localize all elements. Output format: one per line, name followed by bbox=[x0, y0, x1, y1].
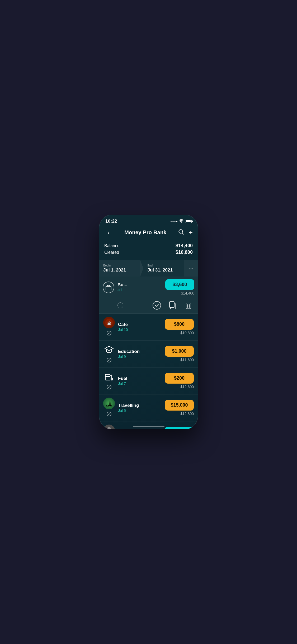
transaction-actions bbox=[151, 300, 194, 311]
svg-text:☕: ☕ bbox=[107, 321, 112, 325]
transaction-balance: $12,600 bbox=[180, 385, 194, 389]
home-indicator bbox=[133, 426, 164, 427]
transaction-name: Fuel bbox=[118, 376, 162, 381]
transaction-actions-row bbox=[103, 300, 194, 311]
amount-button[interactable]: $3,600 bbox=[165, 279, 194, 290]
transaction-info: Travelling Jul 5 bbox=[118, 403, 162, 413]
transaction-info: Education Jul 9 bbox=[118, 349, 162, 359]
cleared-check-icon bbox=[106, 357, 112, 364]
amount-button[interactable]: $9,000 bbox=[165, 427, 194, 429]
date-begin[interactable]: Begin Jul 1, 2021 bbox=[99, 260, 140, 277]
transaction-balance: $10,800 bbox=[180, 331, 194, 335]
transaction-info: Cafe Jul 10 bbox=[118, 322, 162, 332]
balance-section: Balance $14,400 Cleared $10,800 bbox=[99, 240, 198, 260]
add-button[interactable]: + bbox=[189, 228, 193, 237]
header: ‹ Money Pro Bank + bbox=[99, 226, 198, 240]
begin-label: Begin bbox=[103, 264, 136, 267]
transaction-right: $3,600 $14,400 bbox=[165, 279, 194, 295]
cleared-value: $10,800 bbox=[176, 250, 193, 255]
fuel-icon bbox=[103, 371, 115, 382]
transaction-list: Bu... Jul... $3,600 $14,400 bbox=[99, 277, 198, 429]
salary-icon bbox=[103, 425, 115, 429]
transaction-name: Travelling bbox=[118, 403, 162, 408]
cleared-row: Cleared $10,800 bbox=[104, 250, 193, 255]
transaction-name: Bu... bbox=[117, 282, 162, 288]
transaction-right: $9,000 $27,800 bbox=[165, 427, 194, 429]
amount-button[interactable]: $1,000 bbox=[165, 346, 194, 357]
svg-point-17 bbox=[107, 385, 111, 389]
svg-line-1 bbox=[182, 233, 183, 234]
amount-button[interactable]: $200 bbox=[165, 373, 194, 384]
delete-button[interactable] bbox=[183, 300, 194, 311]
transaction-name: Education bbox=[118, 349, 162, 354]
balance-label: Balance bbox=[104, 243, 120, 248]
status-time: 10:22 bbox=[105, 219, 117, 224]
svg-rect-6 bbox=[169, 302, 174, 307]
table-row[interactable]: Bu... Jul... $3,600 $14,400 bbox=[99, 277, 198, 314]
table-row[interactable]: Salary Jul 1 $9,000 $27,800 bbox=[99, 421, 198, 429]
search-button[interactable] bbox=[178, 229, 184, 236]
end-value: Jul 31, 2021 bbox=[148, 268, 180, 273]
table-row[interactable]: Fuel Jul 7 $200 $12,600 bbox=[99, 367, 198, 394]
education-icon bbox=[103, 344, 115, 355]
page-title: Money Pro Bank bbox=[124, 229, 167, 236]
transaction-date: Jul 7 bbox=[118, 381, 162, 386]
transaction-name: Cafe bbox=[118, 322, 162, 327]
transaction-info: Bu... Jul... bbox=[117, 282, 162, 292]
balance-value: $14,400 bbox=[176, 243, 193, 249]
transaction-right: $800 $10,800 bbox=[165, 319, 194, 335]
svg-point-13 bbox=[107, 358, 111, 362]
transaction-right: $15,000 $12,800 bbox=[165, 400, 194, 416]
svg-rect-14 bbox=[105, 374, 110, 380]
amount-button[interactable]: $800 bbox=[165, 319, 194, 330]
transaction-right: $1,000 $11,600 bbox=[165, 346, 194, 362]
svg-point-21 bbox=[107, 412, 111, 416]
status-icons bbox=[171, 219, 192, 223]
transaction-date: Jul 9 bbox=[118, 355, 162, 359]
back-button[interactable]: ‹ bbox=[104, 229, 113, 236]
transaction-balance: $11,600 bbox=[180, 358, 194, 362]
cleared-label: Cleared bbox=[104, 250, 119, 255]
transaction-date: Jul 5 bbox=[118, 408, 162, 413]
date-end[interactable]: End Jul 31, 2021 bbox=[140, 260, 185, 277]
transaction-right: $200 $12,600 bbox=[165, 373, 194, 389]
svg-rect-7 bbox=[186, 303, 191, 309]
table-row[interactable]: Education Jul 9 $1,000 $11,600 bbox=[99, 341, 198, 367]
amount-button[interactable]: $15,000 bbox=[165, 400, 194, 411]
battery-icon bbox=[185, 220, 192, 223]
transaction-date: Jul... bbox=[117, 288, 162, 292]
table-row[interactable]: 🏞 Travelling Jul 5 $15,000 bbox=[99, 394, 198, 421]
cleared-check-icon bbox=[106, 330, 112, 337]
status-bar: 10:22 bbox=[99, 215, 198, 226]
wifi-icon bbox=[179, 219, 183, 223]
transaction-balance: $14,400 bbox=[181, 291, 194, 295]
svg-point-4 bbox=[153, 301, 161, 309]
end-label: End bbox=[148, 264, 180, 267]
more-dots-icon: ··· bbox=[188, 265, 194, 272]
cafe-icon: ☕ bbox=[103, 317, 115, 328]
copy-button[interactable] bbox=[167, 300, 178, 311]
uncleared-circle-icon bbox=[117, 302, 123, 308]
date-range[interactable]: Begin Jul 1, 2021 End Jul 31, 2021 ··· bbox=[99, 260, 198, 277]
clear-button[interactable] bbox=[151, 300, 163, 311]
balance-row: Balance $14,400 bbox=[104, 243, 193, 249]
svg-point-12 bbox=[107, 331, 111, 335]
transaction-balance: $12,800 bbox=[180, 412, 194, 416]
signal-icon bbox=[171, 221, 177, 222]
svg-rect-2 bbox=[106, 286, 111, 290]
cleared-check-icon bbox=[106, 411, 112, 418]
table-row[interactable]: ☕ Cafe Jul 10 $800 $10 bbox=[99, 314, 198, 341]
begin-value: Jul 1, 2021 bbox=[103, 268, 136, 273]
briefcase-icon bbox=[103, 282, 114, 293]
svg-text:🏞: 🏞 bbox=[106, 401, 112, 407]
header-actions: + bbox=[178, 228, 193, 237]
cleared-check-icon bbox=[106, 384, 112, 391]
date-more-button[interactable]: ··· bbox=[184, 260, 198, 277]
transaction-info: Fuel Jul 7 bbox=[118, 376, 162, 386]
travelling-icon: 🏞 bbox=[103, 398, 115, 409]
transaction-date: Jul 10 bbox=[118, 328, 162, 332]
